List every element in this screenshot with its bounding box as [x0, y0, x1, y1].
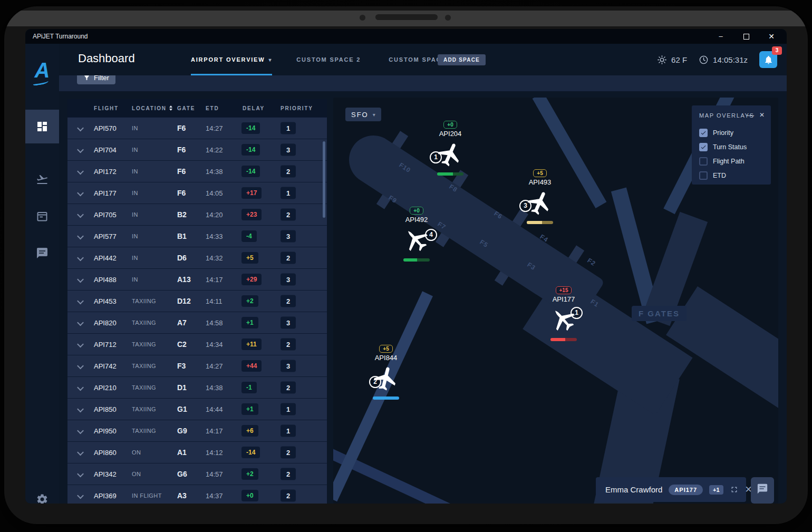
tab-label: CUSTOM SPACE 2 — [296, 56, 361, 63]
overlay-option[interactable]: Priority — [699, 125, 767, 140]
expand-icon[interactable] — [730, 485, 739, 495]
overlay-option[interactable]: Turn Status — [699, 140, 767, 154]
column-header-gate[interactable]: GATE — [177, 105, 195, 111]
flight-etd: 14:37 — [206, 492, 223, 500]
flight-etd: 14:57 — [206, 470, 223, 478]
column-header-priority[interactable]: PRIORITY — [281, 105, 313, 111]
expand-chevron-icon[interactable] — [78, 212, 83, 217]
user-extra-badge[interactable]: +1 — [709, 485, 723, 495]
sidebar-item-flights[interactable] — [25, 162, 59, 196]
table-row[interactable]: API712 TAXIING C2 14:34 +11 2 — [67, 333, 327, 355]
table-row[interactable]: API342 ON G6 14:57 +2 2 — [67, 463, 327, 485]
expand-chevron-icon[interactable] — [78, 321, 83, 325]
table-row[interactable]: API860 ON A1 14:12 -14 2 — [67, 441, 327, 463]
dashboard-icon — [36, 120, 49, 133]
map-plane-api493[interactable]: +5 API493 3 — [511, 169, 569, 224]
flight-table: FLIGHT LOCATION GATE ETD DELAY PRIORITY … — [67, 99, 327, 504]
table-row[interactable]: API453 TAXIING D12 14:11 +2 2 — [67, 290, 327, 312]
table-scrollbar[interactable] — [323, 141, 325, 218]
table-row[interactable]: API570 IN F6 14:27 -14 1 — [67, 117, 327, 139]
delay-badge: +0 — [410, 207, 423, 215]
checkbox[interactable] — [699, 129, 708, 137]
table-row[interactable]: API442 IN D6 14:32 +5 2 — [67, 247, 327, 268]
flight-location: TAXIING — [132, 406, 156, 412]
expand-chevron-icon[interactable] — [78, 299, 83, 304]
space-tab[interactable]: CUSTOM SPACE 2 — [296, 44, 364, 75]
add-space-button[interactable]: ADD SPACE — [438, 54, 486, 65]
sidebar-item-schedule[interactable] — [25, 199, 59, 233]
expand-chevron-icon[interactable] — [78, 169, 83, 174]
table-row[interactable]: API177 IN F6 14:05 +17 1 — [67, 182, 327, 204]
expand-chevron-icon[interactable] — [78, 191, 83, 196]
column-header-flight[interactable]: FLIGHT — [94, 105, 119, 111]
table-row[interactable]: API369 IN FLIGHT A3 14:37 +0 2 — [67, 485, 327, 504]
table-row[interactable]: API850 TAXIING G1 14:44 +1 1 — [67, 398, 327, 420]
table-row[interactable]: API488 IN A13 14:17 +29 3 — [67, 268, 327, 290]
close-icon[interactable]: ✕ — [759, 111, 765, 119]
expand-chevron-icon[interactable] — [78, 450, 83, 455]
column-header-location[interactable]: LOCATION — [132, 105, 172, 111]
expand-chevron-icon[interactable] — [78, 407, 83, 412]
map-plane-api204[interactable]: +0 API204 1 — [421, 121, 479, 176]
table-row[interactable]: API210 TAXIING D1 14:38 -1 2 — [67, 376, 327, 398]
expand-chevron-icon[interactable] — [78, 472, 83, 477]
overlay-option[interactable]: ETD — [699, 168, 767, 182]
sidebar-item-messages[interactable] — [25, 236, 59, 270]
minimize-icon[interactable]: — — [747, 111, 754, 119]
flight-gate: D12 — [177, 297, 191, 305]
column-header-etd[interactable]: ETD — [206, 105, 219, 111]
expand-chevron-icon[interactable] — [78, 385, 83, 390]
flight-number: API453 — [94, 297, 117, 305]
expand-chevron-icon[interactable] — [78, 342, 83, 347]
delay-badge: +17 — [241, 187, 262, 199]
table-row[interactable]: API705 IN B2 14:20 +23 2 — [67, 204, 327, 225]
sidebar-item-dashboard[interactable] — [25, 110, 59, 143]
chat-button[interactable] — [751, 477, 774, 504]
column-header-delay[interactable]: DELAY — [243, 105, 265, 111]
flight-gate: F6 — [177, 146, 186, 154]
user-card[interactable]: Emma Crawford API177 +1 ✕ — [596, 477, 746, 502]
map-plane-api844[interactable]: +5 API844 2 — [357, 345, 415, 400]
expand-chevron-icon[interactable] — [78, 277, 83, 282]
expand-chevron-icon[interactable] — [78, 429, 83, 433]
table-row[interactable]: API820 TAXIING A7 14:58 +1 3 — [67, 312, 327, 333]
notifications-button[interactable]: 3 — [759, 51, 777, 68]
maximize-button[interactable] — [738, 29, 754, 44]
flight-location: IN — [132, 125, 138, 131]
airport-map[interactable]: F10 F9 F8 F7 F6 F5 F4 F3 F2 F1 F GATES S… — [333, 98, 778, 504]
airport-select[interactable]: SFO ▾ — [345, 108, 381, 121]
close-button[interactable]: ✕ — [763, 29, 779, 44]
overlay-option[interactable]: Flight Path — [699, 154, 767, 168]
table-row[interactable]: API172 IN F6 14:38 -14 2 — [67, 160, 327, 182]
expand-chevron-icon[interactable] — [78, 234, 83, 239]
flight-gate: C2 — [177, 340, 187, 349]
overlay-option-label: Priority — [713, 129, 733, 137]
delay-badge: -14 — [241, 144, 260, 156]
map-plane-api492[interactable]: +0 API492 4 — [388, 207, 446, 262]
user-flight-badge[interactable]: API177 — [669, 485, 703, 495]
map-plane-api177[interactable]: +15 API177 1 — [535, 286, 593, 341]
minimize-button[interactable]: – — [713, 29, 729, 44]
checkbox[interactable] — [699, 143, 708, 151]
space-tab[interactable]: AIRPORT OVERVIEW ▾ — [191, 44, 272, 75]
flight-location: TAXIING — [132, 298, 156, 304]
flight-number: API177 — [94, 189, 117, 197]
app-logo[interactable]: A — [25, 53, 59, 87]
table-row[interactable]: API577 IN B1 14:33 -4 3 — [67, 225, 327, 247]
expand-chevron-icon[interactable] — [78, 126, 83, 131]
sidebar-item-settings[interactable] — [25, 482, 59, 504]
expand-chevron-icon[interactable] — [78, 494, 83, 498]
priority-badge: 2 — [281, 338, 296, 351]
checkbox[interactable] — [699, 157, 708, 166]
expand-chevron-icon[interactable] — [78, 148, 83, 152]
expand-chevron-icon[interactable] — [78, 364, 83, 369]
table-row[interactable]: API742 TAXIING F3 14:27 +44 3 — [67, 355, 327, 376]
flight-location: TAXIING — [132, 341, 156, 347]
table-row[interactable]: API704 IN F6 14:22 -14 3 — [67, 139, 327, 160]
turn-status-bar — [373, 396, 399, 400]
flight-label: API493 — [529, 178, 552, 186]
checkmark-icon — [700, 130, 707, 136]
table-row[interactable]: API950 TAXIING G9 14:17 +6 1 — [67, 420, 327, 441]
expand-chevron-icon[interactable] — [78, 256, 83, 260]
checkbox[interactable] — [699, 171, 708, 180]
